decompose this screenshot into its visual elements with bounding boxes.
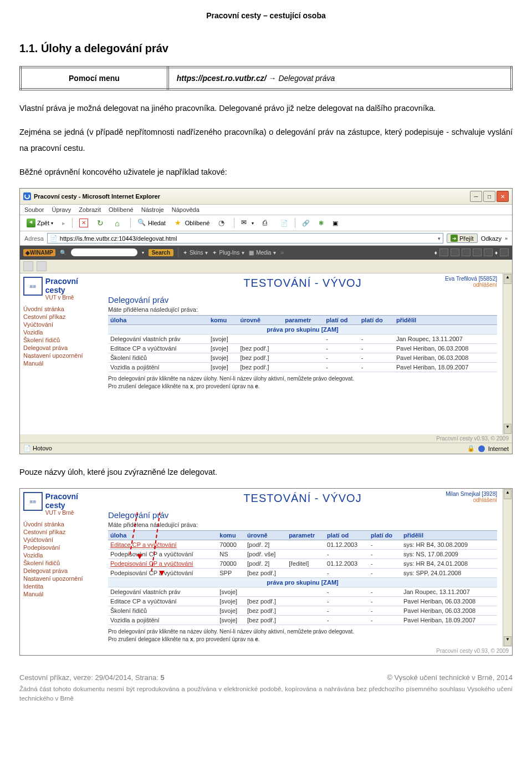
player-stop-button[interactable] [473, 248, 482, 256]
go-button[interactable]: ➜Přejít [447, 234, 478, 243]
winamp-toolbar: ◆WINAMP 🔍 ▾ Search ✦ Skins ▾ ✦ Plug-Ins … [20, 246, 512, 260]
links-label[interactable]: Odkazy [481, 235, 502, 242]
page-content: ≡≡ Pracovní cesty VUT v Brně Úvodní strá… [20, 489, 512, 647]
table-cell: [svoje] [217, 587, 245, 597]
winamp-search-input[interactable] [71, 248, 137, 256]
player-pause-button[interactable] [462, 248, 470, 256]
refresh-button[interactable] [95, 217, 108, 229]
table-cell: [bez podř.] [245, 616, 287, 625]
scrollbar[interactable]: ▲ ▼ [503, 489, 512, 647]
scrollbar[interactable]: ▲ ▼ [503, 273, 512, 434]
role-link[interactable]: Editace CP a vyúčtování [110, 541, 177, 548]
favorites-button[interactable]: Oblíbené [172, 217, 212, 229]
player-play-button[interactable] [451, 248, 459, 256]
player-next-button[interactable] [484, 248, 493, 256]
winamp-search-button[interactable]: Search [149, 249, 173, 256]
table-cell: - [369, 606, 401, 616]
table-cell: - [359, 344, 394, 353]
table-cell: Vozidla a pojištění [108, 616, 217, 625]
table-header: úrovně [238, 316, 283, 325]
back-button[interactable]: Zpět▾ [24, 217, 55, 229]
user-name: Milan Smejkal [3928] [446, 491, 497, 497]
menu-action: Delegovat práva [278, 74, 335, 83]
menu-item[interactable]: Nástroje [141, 206, 164, 213]
player-button[interactable]: ♦ [434, 250, 437, 256]
winamp-plugins[interactable]: ✦ Plug-Ins ▾ [212, 250, 244, 256]
winamp-media[interactable]: ▦ Media ▾ [249, 250, 276, 256]
history-button[interactable] [216, 217, 229, 229]
home-button[interactable] [112, 217, 126, 229]
table-cell: [svoje] [208, 344, 238, 353]
player-button[interactable] [500, 248, 509, 256]
nav-item[interactable]: Manuál [23, 590, 98, 598]
menu-url: https://pcest.ro.vutbr.cz/ [177, 74, 267, 83]
table-cell: - [359, 353, 394, 363]
menu-item[interactable]: Zobrazit [79, 206, 101, 213]
dropdown-icon[interactable]: ▾ [438, 236, 441, 241]
mail-button[interactable]: ▾ [239, 217, 256, 229]
minimize-button[interactable]: ─ [470, 191, 482, 202]
print-button[interactable] [260, 217, 274, 229]
winamp-skins[interactable]: ✦ Skins ▾ [183, 250, 208, 256]
nav-item[interactable]: Cestovní příkaz [23, 313, 98, 321]
table-cell: 70000 [217, 559, 245, 569]
internet-zone-icon [478, 445, 485, 452]
winamp-logo[interactable]: ◆WINAMP [23, 249, 55, 256]
nav-item[interactable]: Identita [23, 582, 98, 590]
search-icon: 🔍 [60, 250, 66, 256]
table-cell: - [325, 616, 369, 625]
nav-item[interactable]: Vozidla [23, 328, 98, 336]
menu-item[interactable]: Soubor [24, 206, 44, 213]
stop-button[interactable]: ✕ [77, 217, 90, 229]
search-button[interactable]: Hledat [135, 217, 168, 229]
nav-item[interactable]: Školení řidičů [23, 559, 98, 567]
table-cell: Jan Roupec, 13.11.2007 [401, 587, 497, 597]
tool-icon[interactable] [37, 261, 47, 271]
nav-item[interactable]: Cestovní příkaz [23, 528, 98, 536]
nav-item[interactable]: Delegovat práva [23, 567, 98, 575]
app-subtitle: VUT v Brně [45, 510, 98, 516]
scroll-down-icon[interactable]: ▼ [504, 424, 511, 434]
nav-item[interactable]: Úvodní stránka [23, 305, 98, 313]
menu-path: https://pcest.ro.vutbr.cz/ → Delegovat p… [168, 67, 511, 89]
scroll-down-icon[interactable]: ▼ [504, 636, 511, 646]
nav-item[interactable]: Delegovat práva [23, 344, 98, 352]
table-cell: Jan Roupec, 13.11.2007 [394, 334, 497, 344]
player-button[interactable]: ♦ [495, 250, 498, 256]
nav-item[interactable]: Vozidla [23, 551, 98, 559]
nav-item[interactable]: Podepisování [23, 544, 98, 551]
table-cell[interactable]: Editace CP a vyúčtování [108, 540, 217, 550]
close-button[interactable]: ✕ [497, 191, 509, 202]
tool-icon[interactable] [23, 261, 33, 271]
nav-item[interactable]: Nastavení upozornění [23, 352, 98, 359]
address-input[interactable]: 📄 https://is.fme.vutbr.cz:10443/delegova… [47, 233, 443, 244]
nav-item[interactable]: Vyúčtování [23, 536, 98, 544]
logout-link[interactable]: odhlášení [446, 497, 497, 503]
nav-item[interactable]: Manuál [23, 359, 98, 367]
forward-button[interactable]: ▸ [60, 219, 68, 228]
player-prev-button[interactable] [439, 248, 448, 256]
tool-icon[interactable]: 🔗 [300, 219, 312, 228]
table-cell: - [325, 597, 369, 606]
nav-item[interactable]: Školení řidičů [23, 336, 98, 344]
table-cell: [svoje] [217, 597, 245, 606]
scroll-up-icon[interactable]: ▲ [504, 274, 511, 284]
maximize-button[interactable]: □ [483, 191, 495, 202]
nav-item[interactable]: Úvodní stránka [23, 520, 98, 528]
ie-menubar: Soubor Úpravy Zobrazit Oblíbené Nástroje… [20, 205, 512, 215]
menu-item[interactable]: Oblíbené [109, 206, 134, 213]
table-row: Delegování vlastních práv[svoje]--Jan Ro… [108, 334, 497, 344]
menu-item[interactable]: Úpravy [52, 206, 71, 213]
paragraph: Pouze názvy úloh, které jsou zvýrazněné … [19, 464, 513, 480]
nav-item[interactable]: Nastavení upozornění [23, 575, 98, 582]
tool-icon[interactable]: ❃ [316, 219, 326, 228]
table-cell: Delegování vlastních práv [108, 334, 208, 344]
tool-icon[interactable]: 📄 [278, 219, 290, 228]
table-cell[interactable]: Podepisování CP a vyúčtování [108, 559, 217, 569]
menu-item[interactable]: Nápověda [172, 206, 200, 213]
tool-icon[interactable]: ▣ [330, 219, 340, 228]
nav-item[interactable]: Vyúčtování [23, 321, 98, 328]
scroll-up-icon[interactable]: ▲ [504, 489, 511, 499]
logout-link[interactable]: odhlášení [445, 282, 497, 288]
table-cell: sys: NS, 17.08.2009 [401, 550, 497, 559]
